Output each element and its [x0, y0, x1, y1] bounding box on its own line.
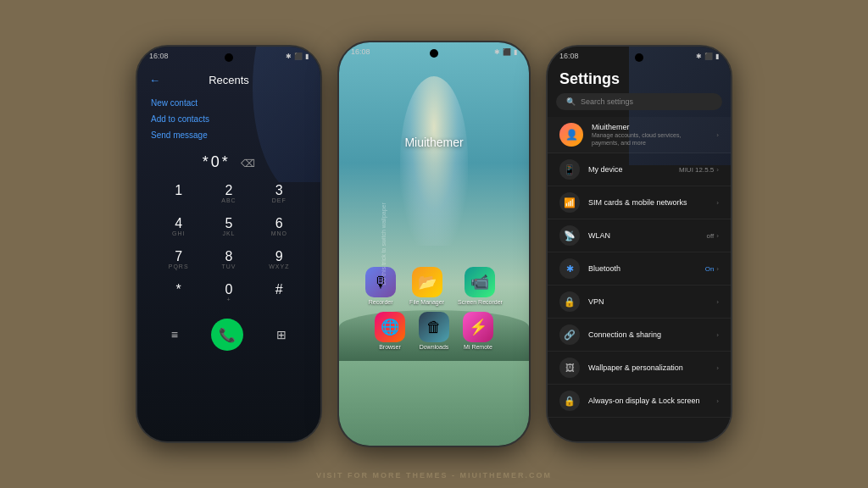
battery-icon: ▮ — [305, 53, 309, 60]
files-label: File Manager — [409, 299, 444, 305]
app-mi-remote[interactable]: ⚡ Mi Remote — [463, 312, 493, 350]
always-on-title: Always-on display & Lock screen — [588, 396, 708, 405]
wlan-text: WLAN — [588, 231, 698, 240]
app-downloads[interactable]: 🗑 Downloads — [419, 312, 449, 350]
always-on-icon: 🔒 — [559, 391, 580, 411]
settings-search-bar[interactable]: 🔍 Search settings — [556, 93, 722, 110]
miui-avatar: 👤 — [559, 123, 583, 147]
bluetooth-value: On — [705, 265, 715, 273]
connection-icon: 🔗 — [559, 324, 580, 345]
punch-hole-3 — [635, 53, 643, 62]
settings-title: Settings — [548, 64, 731, 93]
cam-icon-3: ⬛ — [704, 53, 713, 60]
settings-item-sim[interactable]: 📶 SIM cards & mobile networks › — [548, 186, 731, 219]
cam-icon-2: ⬛ — [503, 48, 511, 56]
settings-item-device[interactable]: 📱 My device MIUI 12.5.5 › — [548, 153, 731, 186]
recorder-label: Recorder — [369, 299, 393, 305]
device-status: MIUI 12.5.5 › — [679, 166, 719, 174]
settings-item-miuithemer[interactable]: 👤 Miuithemer Manage accounts, cloud serv… — [548, 117, 731, 153]
chevron-icon: › — [716, 131, 719, 139]
app-file-manager[interactable]: 📂 File Manager — [409, 267, 444, 305]
dial-key-star[interactable]: * — [154, 277, 203, 308]
settings-item-bluetooth[interactable]: ✱ Bluetooth On › — [548, 252, 731, 286]
add-to-contacts-action[interactable]: Add to contacts — [151, 111, 307, 127]
always-on-text: Always-on display & Lock screen — [588, 396, 708, 405]
dial-key-1[interactable]: 1 — [154, 178, 203, 209]
dial-key-2[interactable]: 2 ABC — [204, 178, 253, 209]
widget-title: Miuithemer — [339, 136, 529, 149]
dial-key-0[interactable]: 0 + — [204, 277, 253, 308]
phone3-content: Settings 🔍 Search settings 👤 Miuithemer … — [548, 64, 731, 441]
bluetooth-title: Bluetooth — [588, 264, 697, 273]
dial-key-5[interactable]: 5 JKL — [204, 211, 253, 242]
dial-key-hash[interactable]: # — [255, 277, 303, 308]
wlan-value: off — [707, 232, 715, 240]
settings-item-wallpaper[interactable]: 🖼 Wallpaper & personalization › — [548, 352, 731, 385]
connection-title: Connection & sharing — [588, 330, 708, 339]
dial-key-3[interactable]: 3 DEF — [255, 178, 303, 209]
app-row-2: 🌐 Browser 🗑 Downloads ⚡ Mi Remote — [348, 312, 520, 350]
dialer-display: *0* ⌫ — [137, 147, 320, 175]
bluetooth-text: Bluetooth — [588, 264, 697, 273]
phone1-actions: New contact Add to contacts Send message — [137, 92, 320, 147]
device-title: My device — [588, 165, 670, 174]
wlan-icon: 📡 — [559, 225, 580, 246]
chevron-sim: › — [716, 199, 719, 207]
bt-icon-2: ✱ — [494, 48, 500, 56]
sim-icon: 📶 — [559, 192, 580, 213]
dial-key-4[interactable]: 4 GHI — [154, 211, 203, 242]
phone3-status-icons: ✱ ⬛ ▮ — [696, 53, 719, 60]
back-button[interactable]: ← — [149, 74, 160, 86]
app-screen-recorder[interactable]: 📹 Screen Recorder — [458, 267, 503, 305]
send-message-action[interactable]: Send message — [151, 127, 307, 143]
bt-icon-3: ✱ — [696, 53, 702, 60]
device-text: My device — [588, 165, 670, 174]
files-icon: 📂 — [412, 267, 442, 297]
vpn-icon: 🔒 — [559, 291, 580, 312]
side-text: Do this trick to switch wallpaper — [381, 202, 387, 286]
wlan-title: WLAN — [588, 231, 698, 240]
punch-hole-1 — [225, 53, 233, 62]
screen-rec-label: Screen Recorder — [458, 299, 503, 305]
phone2-widget: Miuithemer — [339, 136, 529, 149]
downloads-icon: 🗑 — [419, 312, 449, 342]
settings-item-connection[interactable]: 🔗 Connection & sharing › — [548, 319, 731, 352]
chevron-vpn: › — [716, 298, 719, 306]
phone1-status-icons: ✱ ⬛ ▮ — [286, 53, 309, 60]
phones-container: 16:08 ✱ ⬛ ▮ ← Recents New contact Add to… — [136, 41, 732, 447]
keypad-icon[interactable]: ⊞ — [276, 328, 287, 341]
app-row-1: 🎙 Recorder 📂 File Manager 📹 Screen Recor… — [348, 267, 520, 305]
punch-hole-2 — [430, 49, 438, 58]
dial-key-7[interactable]: 7 PQRS — [154, 244, 203, 275]
new-contact-action[interactable]: New contact — [151, 95, 307, 111]
recents-title: Recents — [137, 67, 320, 92]
backspace-icon[interactable]: ⌫ — [241, 158, 255, 169]
downloads-label: Downloads — [420, 344, 449, 350]
chevron-wallpaper: › — [716, 364, 719, 372]
app-grid: 🎙 Recorder 📂 File Manager 📹 Screen Recor… — [339, 267, 529, 357]
wallpaper-title: Wallpaper & personalization — [588, 363, 708, 372]
sim-text: SIM cards & mobile networks — [588, 198, 708, 207]
miuithemer-sub: Manage accounts, cloud services, payment… — [592, 131, 708, 147]
phone2-time: 16:08 — [351, 47, 370, 56]
dialer-number: *0* — [203, 153, 231, 170]
chevron-always-on: › — [716, 397, 719, 405]
search-placeholder: Search settings — [581, 97, 633, 106]
call-button[interactable]: 📞 — [211, 319, 243, 351]
dial-key-9[interactable]: 9 WXYZ — [255, 244, 303, 275]
device-icon: 📱 — [559, 159, 580, 180]
browser-icon: 🌐 — [375, 312, 405, 342]
dial-key-6[interactable]: 6 MNO — [255, 211, 303, 242]
settings-item-vpn[interactable]: 🔒 VPN › — [548, 286, 731, 319]
settings-item-wlan[interactable]: 📡 WLAN off › — [548, 219, 731, 252]
phone-1: 16:08 ✱ ⬛ ▮ ← Recents New contact Add to… — [136, 45, 322, 443]
wallpaper-icon: 🖼 — [559, 358, 580, 378]
settings-item-always-on[interactable]: 🔒 Always-on display & Lock screen › — [548, 385, 731, 418]
dial-key-8[interactable]: 8 TUV — [204, 244, 253, 275]
app-browser[interactable]: 🌐 Browser — [375, 312, 405, 350]
device-version: MIUI 12.5.5 — [679, 166, 714, 174]
phone2-arch-art — [400, 76, 468, 246]
phone1-content: ← Recents New contact Add to contacts Se… — [137, 64, 320, 441]
menu-icon[interactable]: ≡ — [171, 328, 178, 341]
sim-title: SIM cards & mobile networks — [588, 198, 708, 207]
